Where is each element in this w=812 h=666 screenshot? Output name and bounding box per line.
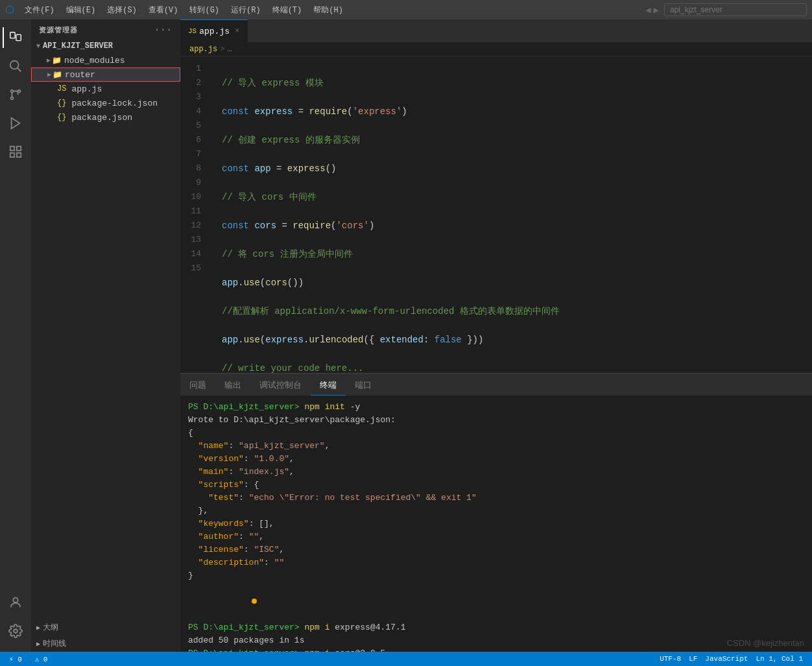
- line-numbers: 12345 678910 1112131415: [180, 56, 211, 373]
- nav-arrows: ◀ ▶: [645, 5, 659, 16]
- tab-ports[interactable]: 端口: [346, 375, 381, 396]
- main-layout: 资源管理器 ··· ▼ API_KJZT_SERVER ▶ 📁 node_mod…: [0, 19, 812, 652]
- sidebar: 资源管理器 ··· ▼ API_KJZT_SERVER ▶ 📁 node_mod…: [31, 19, 180, 652]
- tree-item-router[interactable]: ▶ 📁 router: [31, 67, 180, 82]
- sidebar-more-button[interactable]: ···: [154, 25, 173, 35]
- status-encoding[interactable]: UTF-8: [656, 655, 685, 663]
- term-line-15: }: [188, 569, 804, 582]
- term-line-17: [188, 582, 804, 621]
- titlebar: ⬡ 文件(F) 编辑(E) 选择(S) 查看(V) 转到(G) 运行(R) 终端…: [0, 0, 812, 19]
- svg-rect-9: [10, 147, 14, 150]
- term-line-10: },: [188, 505, 804, 517]
- status-errors[interactable]: ⚡ 0 ⚠ 0: [5, 655, 51, 663]
- vscode-icon: ⬡: [5, 3, 14, 16]
- tab-terminal[interactable]: 终端: [311, 375, 346, 396]
- forward-button[interactable]: ▶: [654, 5, 659, 16]
- settings-icon[interactable]: [3, 618, 29, 644]
- status-language[interactable]: JavaScript: [701, 655, 752, 663]
- dot-orange-1: [252, 599, 257, 604]
- terminal-area: 问题 输出 调试控制台 终端 端口 PS D:\api_kjzt_server>…: [180, 373, 812, 652]
- tab-output[interactable]: 输出: [215, 375, 250, 396]
- status-eol[interactable]: LF: [685, 655, 701, 663]
- explorer-icon[interactable]: [3, 25, 29, 51]
- menu-edit[interactable]: 编辑(E): [61, 3, 101, 17]
- editor-area: JS app.js × app.js > … 12345 678910 1112…: [180, 19, 812, 652]
- extensions-icon[interactable]: [3, 139, 29, 165]
- menu-view[interactable]: 查看(V): [143, 3, 184, 17]
- tab-close-button[interactable]: ×: [235, 27, 239, 36]
- project-name: API_KJZT_SERVER: [43, 42, 113, 51]
- code-editor[interactable]: 12345 678910 1112131415 // 导入 express 模块…: [180, 56, 812, 373]
- term-line-2: Wrote to D:\api_kjzt_server\package.json…: [188, 414, 804, 427]
- svg-rect-12: [17, 153, 21, 157]
- svg-rect-11: [10, 153, 14, 157]
- term-line-18: PS D:\api_kjzt_server> npm i express@4.1…: [188, 621, 804, 634]
- breadcrumb: app.js > …: [180, 42, 812, 56]
- menu-help[interactable]: 帮助(H): [308, 3, 348, 17]
- term-line-11: "keywords": [],: [188, 517, 804, 530]
- tab-bar: JS app.js ×: [180, 19, 812, 42]
- node-modules-label: node_modules: [64, 56, 125, 65]
- term-line-1: PS D:\api_kjzt_server> npm init -y: [188, 401, 804, 414]
- svg-rect-10: [17, 147, 21, 150]
- sidebar-header: 资源管理器 ···: [31, 19, 180, 40]
- source-control-icon[interactable]: [3, 82, 29, 108]
- menu-run[interactable]: 运行(R): [226, 3, 266, 17]
- sidebar-bottom: ▶ 大纲 ▶ 时间线: [31, 619, 180, 652]
- svg-rect-0: [10, 32, 15, 38]
- tree-item-packagelock[interactable]: {} package-lock.json: [31, 96, 180, 110]
- tab-js-icon: JS: [188, 27, 197, 35]
- project-chevron: ▼: [36, 43, 40, 50]
- tab-problems[interactable]: 问题: [180, 375, 215, 396]
- svg-point-13: [13, 598, 18, 602]
- terminal-tabs: 问题 输出 调试控制台 终端 端口: [180, 373, 812, 396]
- terminal-content[interactable]: PS D:\api_kjzt_server> npm init -y Wrote…: [180, 396, 812, 652]
- svg-point-6: [11, 97, 14, 100]
- outline-label: 大纲: [43, 622, 58, 633]
- tree-item-appjs[interactable]: JS app.js: [31, 82, 180, 96]
- folder-icon: 📁: [52, 56, 62, 65]
- account-icon[interactable]: [3, 589, 29, 615]
- sidebar-outline[interactable]: ▶ 大纲: [31, 619, 180, 636]
- menu-file[interactable]: 文件(F): [19, 3, 60, 17]
- js-file-icon: JS: [57, 84, 66, 93]
- json-file-icon2: {}: [57, 113, 66, 122]
- svg-point-14: [14, 629, 18, 633]
- sidebar-timeline[interactable]: ▶ 时间线: [31, 636, 180, 652]
- appjs-label: app.js: [71, 84, 102, 94]
- menu-bar: 文件(F) 编辑(E) 选择(S) 查看(V) 转到(G) 运行(R) 终端(T…: [19, 3, 645, 17]
- search-input[interactable]: [664, 3, 807, 16]
- term-line-5: "name": "api_kjzt_server",: [188, 440, 804, 453]
- menu-terminal[interactable]: 终端(T): [267, 3, 307, 17]
- term-line-13: "license": "ISC",: [188, 543, 804, 556]
- breadcrumb-sep: >: [220, 45, 224, 54]
- breadcrumb-part2: …: [227, 45, 232, 54]
- menu-select[interactable]: 选择(S): [102, 3, 142, 17]
- search-container: [664, 3, 807, 16]
- node-modules-chevron: ▶: [47, 56, 51, 64]
- back-button[interactable]: ◀: [645, 5, 651, 16]
- timeline-chevron: ▶: [36, 640, 40, 648]
- search-icon[interactable]: [3, 53, 29, 79]
- package-label: package.json: [71, 113, 132, 123]
- router-chevron: ▶: [47, 71, 51, 78]
- timeline-label: 时间线: [43, 638, 66, 649]
- debug-icon[interactable]: [3, 110, 29, 136]
- term-line-20: added 50 packages in 1s: [188, 634, 804, 647]
- tab-appjs[interactable]: JS app.js ×: [180, 19, 248, 42]
- svg-line-3: [18, 68, 21, 72]
- code-content[interactable]: // 导入 express 模块 const express = require…: [211, 56, 812, 373]
- tree-item-node-modules[interactable]: ▶ 📁 node_modules: [31, 53, 180, 67]
- tab-debug-console[interactable]: 调试控制台: [250, 375, 311, 396]
- json-file-icon: {}: [57, 99, 66, 108]
- breadcrumb-part1: app.js: [189, 45, 217, 54]
- sidebar-title: 资源管理器: [39, 25, 78, 35]
- term-line-9: "test": "echo \"Error: no test specified…: [188, 492, 804, 505]
- status-bar: ⚡ 0 ⚠ 0 UTF-8 LF JavaScript Ln 1, Col 1: [0, 652, 812, 666]
- svg-marker-8: [12, 118, 20, 129]
- term-line-12: "author": "",: [188, 530, 804, 543]
- tree-item-package[interactable]: {} package.json: [31, 110, 180, 125]
- project-root[interactable]: ▼ API_KJZT_SERVER: [31, 40, 180, 52]
- status-cursor[interactable]: Ln 1, Col 1: [752, 655, 807, 663]
- menu-goto[interactable]: 转到(G): [184, 3, 224, 17]
